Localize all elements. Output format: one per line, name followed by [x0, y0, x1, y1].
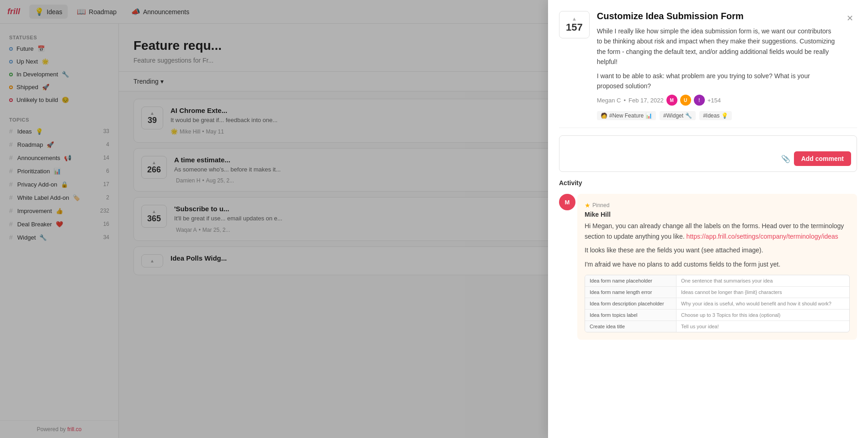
activity-text-2: It looks like these are the fields you w…	[585, 245, 850, 255]
form-preview-label: Idea form name length error	[585, 287, 676, 298]
vote-up-arrow-icon: ▲	[572, 16, 577, 21]
form-preview-row: Create idea title Tell us your idea!	[585, 321, 849, 332]
form-preview-row: Idea form name placeholder One sentence …	[585, 275, 849, 287]
avatar-user3: !	[694, 95, 705, 106]
detail-title-area: Customize Idea Submission Form While I r…	[597, 11, 835, 120]
form-preview-value: Ideas cannot be longer than {limit} char…	[676, 287, 787, 298]
detail-header: ▲ 157 Customize Idea Submission Form Whi…	[548, 0, 868, 120]
tag-widget[interactable]: #Widget 🔧	[660, 111, 696, 120]
pinned-badge: ★ Pinned	[585, 202, 609, 209]
activity-text-3: I'm afraid we have no plans to add custo…	[585, 259, 850, 269]
form-preview-row: Idea form name length error Ideas cannot…	[585, 287, 849, 298]
form-preview-value: Tell us your idea!	[676, 321, 724, 332]
detail-vote-box[interactable]: ▲ 157	[559, 11, 590, 38]
activity-item-pinned: M ★ Pinned Mike Hill Hi Megan, you can a…	[559, 194, 857, 340]
comment-actions: 📎 Add comment	[565, 151, 851, 166]
activity-content: ★ Pinned Mike Hill Hi Megan, you can alr…	[577, 194, 857, 340]
pin-star-icon: ★	[585, 202, 591, 209]
form-preview-row: Idea form topics label Choose up to 3 To…	[585, 310, 849, 321]
activity-title: Activity	[559, 179, 857, 187]
detail-desc-2: I want to be able to ask: what problem a…	[597, 71, 835, 91]
detail-meta: Megan C • Feb 17, 2022 M U ! +154	[597, 95, 835, 106]
form-preview-row: Idea form description placeholder Why yo…	[585, 298, 849, 310]
tag-widget-emoji: 🔧	[685, 112, 692, 119]
form-preview-label: Idea form description placeholder	[585, 298, 676, 309]
detail-date: Feb 17, 2022	[628, 97, 664, 104]
activity-text-1: Hi Megan, you can already change all the…	[585, 221, 850, 241]
activity-section: Activity M ★ Pinned Mike Hill Hi Megan, …	[548, 179, 868, 349]
activity-link[interactable]: https://app.frill.co/settings/company/te…	[687, 233, 838, 240]
detail-tags: 🧑 #New Feature 📊 #Widget 🔧 #Ideas 💡	[597, 111, 835, 120]
tag-ideas-emoji: 💡	[721, 112, 728, 119]
form-preview-value: One sentence that summarises your idea	[676, 275, 777, 286]
add-comment-button[interactable]: Add comment	[794, 151, 851, 166]
detail-panel: ▲ 157 Customize Idea Submission Form Whi…	[548, 0, 868, 438]
close-button[interactable]: ✕	[842, 11, 857, 26]
form-preview-label: Idea form name placeholder	[585, 275, 676, 286]
form-preview: Idea form name placeholder One sentence …	[585, 275, 850, 332]
comment-box[interactable]: 📎 Add comment	[559, 135, 857, 172]
tag-ideas[interactable]: #Ideas 💡	[699, 111, 732, 120]
activity-avatar: M	[559, 194, 575, 210]
tag-icon: 🧑	[601, 112, 607, 119]
detail-title: Customize Idea Submission Form	[597, 11, 835, 21]
attach-icon[interactable]: 📎	[781, 155, 790, 163]
pinned-label: Pinned	[592, 202, 609, 208]
form-preview-label: Idea form topics label	[585, 310, 676, 320]
comment-area: 📎 Add comment	[548, 135, 868, 179]
activity-author: Mike Hill	[585, 211, 850, 218]
divider-1	[559, 128, 857, 128]
avatar-user2: U	[680, 95, 691, 106]
form-preview-value: Why your idea is useful, who would benef…	[676, 298, 836, 309]
detail-desc-1: While I really like how simple the idea …	[597, 26, 835, 67]
tag-emoji: 📊	[645, 112, 652, 119]
tag-new-feature[interactable]: 🧑 #New Feature 📊	[597, 111, 656, 120]
form-preview-label: Create idea title	[585, 321, 676, 332]
detail-author: Megan C	[597, 97, 621, 104]
avatar-megan: M	[666, 95, 677, 106]
detail-vote-count: 157	[566, 21, 583, 33]
votes-extra: +154	[708, 97, 721, 104]
form-preview-value: Choose up to 3 Topics for this idea (opt…	[676, 310, 785, 320]
